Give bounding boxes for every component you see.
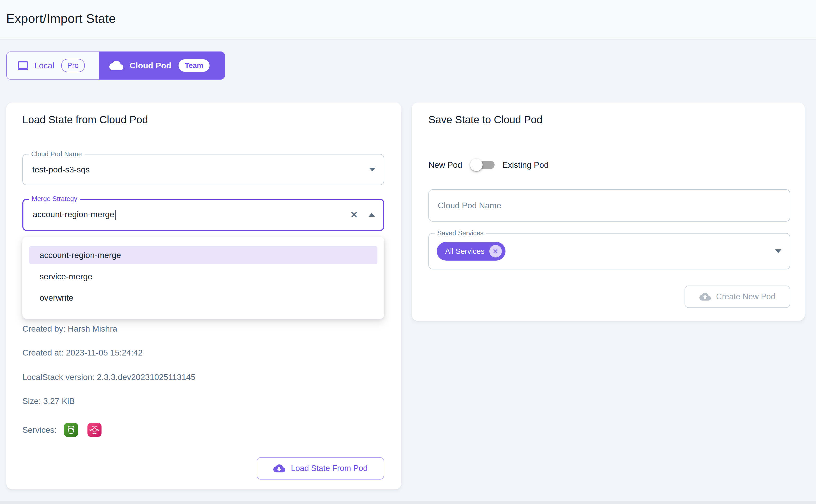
pro-badge: Pro [61, 59, 85, 72]
tab-local[interactable]: Local Pro [6, 51, 99, 80]
create-new-pod-button[interactable]: Create New Pod [685, 286, 790, 308]
saved-services-select[interactable]: Saved Services All Services ✕ [428, 233, 790, 269]
meta-created-at: Created at: 2023-11-05 15:24:42 [22, 348, 143, 358]
tab-cloud-pod-label: Cloud Pod [130, 61, 171, 70]
new-pod-name-placeholder: Cloud Pod Name [438, 201, 501, 210]
new-pod-name-input[interactable]: Cloud Pod Name [428, 189, 790, 222]
clear-icon[interactable]: ✕ [350, 210, 358, 220]
save-state-card: Save State to Cloud Pod New Pod Existing… [412, 102, 805, 321]
merge-strategy-value: account-region-merge [33, 210, 115, 220]
pod-mode-toggle-row: New Pod Existing Pod [428, 159, 549, 171]
saved-services-label: Saved Services [435, 229, 486, 237]
services-label: Services: [22, 425, 57, 435]
s3-service-icon [64, 423, 78, 437]
chevron-up-icon[interactable] [369, 213, 375, 217]
merge-strategy-label: Merge Strategy [29, 195, 80, 203]
cloud-pod-name-select-label: Cloud Pod Name [29, 150, 85, 158]
horizontal-scrollbar-track[interactable] [0, 501, 816, 504]
page-header: Export/Import State [0, 0, 816, 40]
meta-localstack-version: LocalStack version: 2.3.3.dev20231025113… [22, 372, 195, 382]
sqs-service-icon [87, 423, 101, 437]
existing-pod-label: Existing Pod [502, 160, 549, 170]
load-state-from-pod-button[interactable]: Load State From Pod [257, 457, 384, 480]
tab-local-label: Local [34, 61, 54, 70]
cloud-icon [109, 59, 123, 73]
cloud-pod-name-select-value: test-pod-s3-sqs [32, 165, 90, 175]
merge-strategy-dropdown: account-region-merge service-merge overw… [22, 237, 384, 319]
page-title: Export/Import State [6, 11, 116, 26]
team-badge: Team [178, 59, 210, 72]
chevron-down-icon [369, 168, 375, 171]
new-pod-label: New Pod [428, 160, 462, 170]
text-cursor [115, 210, 115, 220]
new-existing-pod-switch[interactable] [470, 159, 494, 171]
chevron-down-icon [775, 249, 781, 253]
all-services-chip[interactable]: All Services ✕ [437, 242, 505, 261]
mode-toggle-group: Local Pro Cloud Pod Team [6, 51, 225, 80]
load-card-title: Load State from Cloud Pod [22, 114, 148, 126]
save-card-title: Save State to Cloud Pod [428, 114, 542, 126]
meta-size: Size: 3.27 KiB [22, 396, 75, 406]
meta-created-by: Created by: Harsh Mishra [22, 324, 117, 334]
export-import-state-page: Export/Import State Local Pro Cloud Pod … [0, 0, 816, 504]
cloud-pod-name-select[interactable]: Cloud Pod Name test-pod-s3-sqs [22, 154, 384, 185]
dropdown-option-service-merge[interactable]: service-merge [29, 267, 377, 286]
load-state-card: Load State from Cloud Pod Cloud Pod Name… [6, 102, 401, 489]
tab-cloud-pod[interactable]: Cloud Pod Team [99, 51, 225, 80]
load-button-label: Load State From Pod [291, 464, 368, 473]
switch-thumb [470, 159, 483, 171]
cloud-upload-icon [699, 291, 711, 302]
laptop-icon [17, 59, 29, 72]
create-button-label: Create New Pod [716, 292, 775, 301]
dropdown-option-account-region-merge[interactable]: account-region-merge [29, 246, 377, 264]
services-row: Services: [22, 423, 111, 437]
cloud-download-icon [273, 462, 285, 474]
chip-delete-icon[interactable]: ✕ [489, 245, 502, 257]
all-services-chip-label: All Services [445, 247, 485, 256]
merge-strategy-input[interactable]: Merge Strategy account-region-merge ✕ [22, 199, 384, 231]
dropdown-option-overwrite[interactable]: overwrite [29, 289, 377, 307]
